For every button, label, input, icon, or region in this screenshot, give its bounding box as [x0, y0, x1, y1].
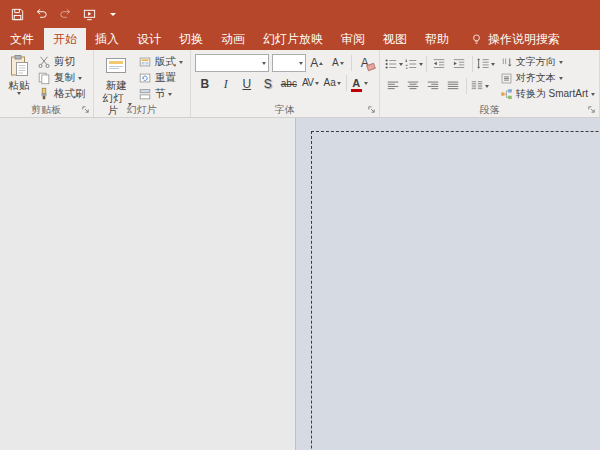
tab-design[interactable]: 设计 — [128, 28, 170, 50]
paste-label: 粘贴 — [9, 79, 30, 91]
align-center-icon — [406, 79, 420, 93]
decrease-indent-button[interactable] — [430, 55, 449, 73]
align-text-button[interactable]: 对齐文本 — [500, 70, 595, 86]
bullets-dropdown-icon — [399, 63, 403, 66]
slide-thumbnails-pane[interactable] — [0, 118, 296, 450]
font-group-label: 字体 — [191, 104, 379, 116]
font-size-dropdown-icon — [299, 62, 303, 65]
change-case-button[interactable]: Aa — [322, 74, 343, 92]
decrease-indent-icon — [432, 57, 446, 71]
tab-slideshow[interactable]: 幻灯片放映 — [254, 28, 332, 50]
section-label: 节 — [155, 87, 166, 101]
group-font: A A A B I U S abc AV Aa — [191, 50, 380, 117]
character-spacing-button[interactable]: AV — [300, 74, 321, 92]
format-painter-icon — [37, 87, 51, 101]
numbering-button[interactable] — [404, 55, 423, 73]
paste-dropdown-icon — [17, 92, 21, 95]
lightbulb-icon — [470, 33, 483, 46]
font-name-combo[interactable] — [195, 54, 269, 72]
strikethrough-button[interactable]: abc — [279, 74, 299, 92]
font-color-button[interactable]: A — [350, 74, 363, 92]
paste-button[interactable]: 粘贴 — [4, 53, 34, 96]
line-spacing-button[interactable] — [476, 55, 495, 73]
paragraph-dialog-launcher[interactable] — [586, 104, 597, 115]
font-dialog-launcher[interactable] — [366, 104, 377, 115]
section-dropdown-icon — [168, 93, 172, 96]
tab-animations[interactable]: 动画 — [212, 28, 254, 50]
text-direction-button[interactable]: 文字方向 — [500, 54, 595, 70]
paragraph-group-label: 段落 — [380, 104, 599, 116]
cut-button[interactable]: 剪切 — [34, 54, 89, 70]
customize-qat-icon — [110, 13, 116, 16]
decrease-font-icon — [340, 62, 344, 65]
font-size-combo[interactable] — [272, 54, 306, 72]
clipboard-dialog-launcher[interactable] — [80, 104, 91, 115]
columns-icon — [470, 79, 484, 93]
paragraph-separator-3 — [466, 78, 467, 94]
layout-button[interactable]: 版式 — [135, 54, 186, 70]
redo-button[interactable] — [54, 4, 76, 24]
font-color-dropdown-icon[interactable] — [364, 82, 368, 85]
tab-review[interactable]: 审阅 — [332, 28, 374, 50]
dialog-launcher-icon — [587, 105, 596, 114]
undo-button[interactable] — [30, 4, 52, 24]
group-paragraph: 文字方向 对齐文本 转换为 SmartArt 段落 — [380, 50, 600, 117]
tab-file[interactable]: 文件 — [0, 28, 44, 50]
italic-button[interactable]: I — [216, 74, 236, 92]
align-text-label: 对齐文本 — [516, 71, 556, 85]
redo-icon — [58, 7, 73, 22]
customize-qat-button[interactable] — [102, 4, 124, 24]
align-left-button[interactable] — [384, 77, 403, 95]
increase-indent-button[interactable] — [450, 55, 469, 73]
slide-canvas[interactable] — [296, 118, 600, 450]
content-placeholder[interactable] — [311, 131, 600, 450]
tab-help[interactable]: 帮助 — [416, 28, 458, 50]
bold-button[interactable]: B — [195, 74, 215, 92]
tab-view[interactable]: 视图 — [374, 28, 416, 50]
line-spacing-icon — [476, 57, 490, 71]
start-slideshow-button[interactable] — [78, 4, 100, 24]
layout-icon — [138, 55, 152, 69]
numbering-icon — [404, 57, 418, 71]
copy-button[interactable]: 复制 — [34, 70, 89, 86]
tab-insert[interactable]: 插入 — [86, 28, 128, 50]
cut-icon — [37, 55, 51, 69]
format-painter-button[interactable]: 格式刷 — [34, 86, 89, 102]
tell-me-search[interactable]: 操作说明搜索 — [470, 28, 560, 50]
increase-indent-icon — [452, 57, 466, 71]
group-clipboard: 粘贴 剪切 复制 格式刷 — [0, 50, 94, 117]
columns-button[interactable] — [470, 77, 489, 95]
align-center-button[interactable] — [404, 77, 423, 95]
new-slide-icon — [104, 54, 128, 78]
tab-transitions[interactable]: 切换 — [170, 28, 212, 50]
main-content — [0, 118, 600, 450]
align-left-icon — [386, 79, 400, 93]
paragraph-row-2 — [384, 76, 495, 96]
align-right-button[interactable] — [424, 77, 443, 95]
font-row-2: B I U S abc AV Aa A — [195, 73, 375, 93]
convert-to-smartart-button[interactable]: 转换为 SmartArt — [500, 86, 595, 102]
convert-to-smartart-label: 转换为 SmartArt — [516, 87, 588, 101]
layout-label: 版式 — [155, 55, 176, 69]
change-case-dropdown-icon — [337, 82, 341, 85]
layout-dropdown-icon — [179, 61, 183, 64]
save-button[interactable] — [6, 4, 28, 24]
tab-home[interactable]: 开始 — [44, 28, 86, 50]
underline-button[interactable]: U — [237, 74, 257, 92]
text-shadow-button[interactable]: S — [258, 74, 278, 92]
bullets-button[interactable] — [384, 55, 403, 73]
clear-formatting-button[interactable]: A — [355, 54, 375, 72]
paragraph-separator-1 — [426, 56, 427, 72]
reset-button[interactable]: 重置 — [135, 70, 186, 86]
decrease-font-button[interactable]: A — [328, 54, 348, 72]
text-direction-label: 文字方向 — [516, 55, 556, 69]
change-case-letters: Aa — [324, 75, 336, 91]
quick-access-toolbar — [6, 4, 124, 24]
ribbon-home: 粘贴 剪切 复制 格式刷 — [0, 50, 600, 118]
tell-me-label: 操作说明搜索 — [488, 31, 560, 48]
powerpoint-window: { "colors": { "brand_red": "#B7472A", "r… — [0, 0, 600, 450]
justify-button[interactable] — [444, 77, 463, 95]
increase-font-button[interactable]: A — [307, 54, 327, 72]
section-button[interactable]: 节 — [135, 86, 186, 102]
clear-formatting-icon — [366, 63, 376, 71]
